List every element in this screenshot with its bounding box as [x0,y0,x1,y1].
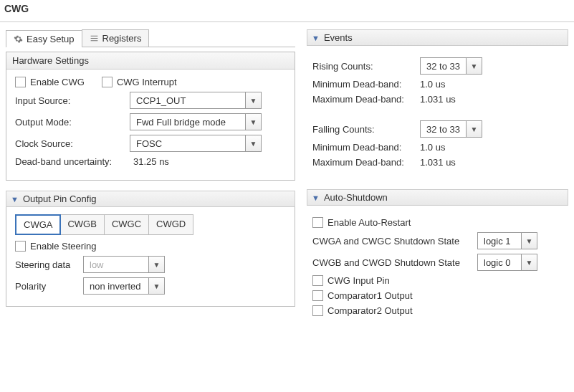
input-source-dropdown[interactable]: CCP1_OUT ▼ [130,92,262,109]
tab-easy-setup[interactable]: Easy Setup [6,30,82,47]
chevron-down-icon: ▼ [521,254,537,270]
rising-min-label: Minimum Dead-band: [312,79,420,90]
subtab-cwga[interactable]: CWGA [15,214,61,235]
triangle-down-icon: ▼ [312,34,320,42]
chevron-down-icon: ▼ [245,135,261,151]
window-title: CWG [0,0,574,22]
cwg-input-pin-checkbox[interactable]: CWG Input Pin [312,275,390,286]
events-title: Events [324,32,353,43]
tab-registers[interactable]: Registers [82,29,150,47]
chevron-down-icon: ▼ [466,121,482,137]
events-header[interactable]: ▼ Events [307,29,568,46]
rising-counts-dropdown[interactable]: 32 to 33 ▼ [420,57,482,75]
rising-min-value: 1.0 us [420,79,445,90]
chevron-down-icon: ▼ [148,278,164,294]
falling-min-value: 1.0 us [420,142,445,153]
output-mode-dropdown[interactable]: Fwd Full bridge mode ▼ [130,113,262,130]
enable-auto-restart-label: Enable Auto-Restart [327,217,411,228]
polarity-label: Polarity [15,281,83,292]
cwg-input-pin-label: CWG Input Pin [327,275,390,286]
steering-data-value: low [84,257,148,272]
deadband-unc-label: Dead-band uncertainty: [15,156,133,167]
cwg-interrupt-checkbox[interactable]: CWG Interrupt [102,77,177,87]
deadband-unc-value: 31.25 ns [133,156,169,167]
falling-counts-label: Falling Counts: [312,124,420,135]
checkbox-box [312,217,323,228]
shutdown-state-ac-dropdown[interactable]: logic 1 ▼ [477,232,537,249]
output-pin-header[interactable]: ▼ Output Pin Config [6,191,295,207]
comparator1-checkbox[interactable]: Comparator1 Output [312,290,413,301]
checkbox-box [102,77,113,87]
checkbox-box [15,77,26,87]
shutdown-state-bd-label: CWGB and CWGD Shutdown State [312,257,477,268]
rising-max-label: Maximum Dead-band: [312,94,420,105]
polarity-dropdown[interactable]: non inverted ▼ [83,277,165,295]
enable-steering-label: Enable Steering [30,241,97,252]
polarity-value: non inverted [84,278,148,294]
comparator2-checkbox[interactable]: Comparator2 Output [312,305,413,316]
chevron-down-icon: ▼ [245,114,261,130]
enable-auto-restart-checkbox[interactable]: Enable Auto-Restart [312,217,411,228]
output-mode-value: Fwd Full bridge mode [130,114,245,130]
chevron-down-icon: ▼ [148,257,164,272]
hardware-settings-title: Hardware Settings [6,52,295,70]
falling-max-label: Maximum Dead-band: [312,157,420,168]
input-source-value: CCP1_OUT [130,92,245,108]
rising-counts-value: 32 to 33 [421,58,466,74]
shutdown-state-ac-label: CWGA and CWGC Shutdown State [312,236,477,247]
enable-steering-checkbox[interactable]: Enable Steering [15,241,97,252]
enable-cwg-label: Enable CWG [30,77,85,87]
shutdown-state-bd-dropdown[interactable]: logic 0 ▼ [477,254,537,271]
output-pin-title: Output Pin Config [23,193,97,204]
output-pin-subtabs: CWGA CWGB CWGC CWGD [15,214,193,235]
comparator1-label: Comparator1 Output [327,290,413,301]
steering-data-dropdown[interactable]: low ▼ [83,256,165,273]
triangle-down-icon: ▼ [11,195,19,204]
output-mode-label: Output Mode: [15,117,130,128]
clock-source-dropdown[interactable]: FOSC ▼ [130,135,262,152]
checkbox-box [312,290,323,301]
main-tabbar: Easy Setup Registers [6,29,295,47]
cwg-interrupt-label: CWG Interrupt [117,77,177,87]
list-icon [90,34,99,43]
output-pin-panel: ▼ Output Pin Config CWGA CWGB CWGC CWGD … [6,191,295,307]
steering-data-label: Steering data [15,259,83,270]
events-panel: ▼ Events Rising Counts: 32 to 33 ▼ Minim… [307,29,568,179]
triangle-down-icon: ▼ [312,193,320,202]
hardware-settings-group: Hardware Settings Enable CWG CWG Interru… [6,52,295,181]
shutdown-state-bd-value: logic 0 [478,254,521,270]
clock-source-value: FOSC [130,135,245,151]
subtab-cwgd[interactable]: CWGD [149,215,193,234]
auto-shutdown-header[interactable]: ▼ Auto-Shutdown [307,189,568,206]
input-source-label: Input Source: [15,95,130,106]
checkbox-box [312,275,323,286]
auto-shutdown-title: Auto-Shutdown [324,192,388,203]
gear-icon [14,34,23,44]
falling-max-value: 1.031 us [420,157,456,168]
tab-registers-label: Registers [102,33,142,44]
enable-cwg-checkbox[interactable]: Enable CWG [15,77,85,87]
falling-counts-dropdown[interactable]: 32 to 33 ▼ [420,120,482,138]
checkbox-box [312,305,323,316]
rising-counts-label: Rising Counts: [312,61,420,72]
checkbox-box [15,241,26,252]
subtab-cwgc[interactable]: CWGC [105,215,149,234]
chevron-down-icon: ▼ [245,92,261,108]
auto-shutdown-panel: ▼ Auto-Shutdown Enable Auto-Restart CWGA… [307,189,568,328]
shutdown-state-ac-value: logic 1 [478,233,521,249]
chevron-down-icon: ▼ [466,58,482,74]
tab-easy-setup-label: Easy Setup [27,34,75,44]
clock-source-label: Clock Source: [15,138,130,149]
falling-counts-value: 32 to 33 [421,121,466,137]
comparator2-label: Comparator2 Output [327,305,413,316]
chevron-down-icon: ▼ [521,233,537,249]
subtab-cwgb[interactable]: CWGB [60,215,104,234]
falling-min-label: Minimum Dead-band: [312,142,420,153]
rising-max-value: 1.031 us [420,94,456,105]
